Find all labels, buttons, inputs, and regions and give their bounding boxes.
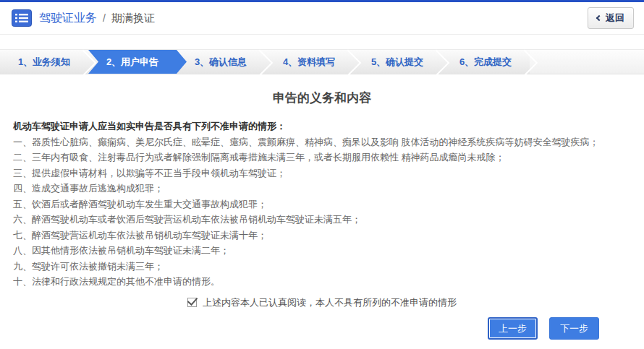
agreement-checkbox[interactable] [187, 298, 197, 307]
declaration-content: 申告的义务和内容 机动车驾驶证申请人应当如实申告是否具有下列不准申请的情形： 一… [0, 90, 644, 309]
chevron-left-icon [596, 15, 602, 21]
step-6-complete-submit[interactable]: 6、完成提交 [441, 50, 530, 74]
step-1-business-notice[interactable]: 1、业务须知 [0, 50, 88, 74]
breadcrumb-separator: / [103, 12, 106, 24]
back-button[interactable]: 返回 [588, 7, 634, 29]
step-4-fill-materials[interactable]: 4、资料填写 [265, 50, 353, 74]
agreement-row[interactable]: 上述内容本人已认真阅读，本人不具有所列的不准申请的情形 [13, 296, 631, 309]
step-5-confirm-submit[interactable]: 5、确认提交 [353, 50, 441, 74]
page-title: 驾驶证业务 [39, 11, 97, 26]
section-title: 申告的义务和内容 [13, 90, 631, 106]
document-list-icon [12, 9, 32, 27]
list-item: 八、因其他情形依法被吊销机动车驾驶证未满二年； [13, 243, 631, 259]
declaration-list: 一、器质性心脏病、癫痫病、美尼尔氏症、眩晕症、癔病、震颤麻痹、精神病、痴呆以及影… [13, 134, 631, 290]
step-2-user-declaration[interactable]: 2、用户申告 [88, 50, 177, 74]
step-bar-tail [530, 50, 644, 74]
list-item: 三、提供虚假申请材料，以欺骗等不正当手段申领机动车驾驶证； [13, 165, 631, 181]
agreement-label: 上述内容本人已认真阅读，本人不具有所列的不准申请的情形 [203, 296, 457, 309]
step-wizard-bar: 1、业务须知 2、用户申告 3、确认信息 4、资料填写 5、确认提交 6、完成提… [0, 49, 644, 74]
page-header: 驾驶证业务 / 期满换证 返回 [0, 2, 644, 35]
list-item: 一、器质性心脏病、癫痫病、美尼尔氏症、眩晕症、癔病、震颤麻痹、精神病、痴呆以及影… [13, 134, 631, 150]
breadcrumb-current: 期满换证 [111, 12, 155, 25]
back-button-label: 返回 [606, 12, 624, 25]
step-3-confirm-info[interactable]: 3、确认信息 [177, 50, 265, 74]
list-item: 十、法律和行政法规规定的其他不准申请的情形。 [13, 274, 631, 290]
list-item: 二、三年内有吸食、注射毒品行为或者解除强制隔离戒毒措施未满三年，或者长期服用依赖… [13, 150, 631, 165]
next-step-button[interactable]: 下一步 [549, 317, 599, 340]
list-item: 五、饮酒后或者醉酒驾驶机动车发生重大交通事故构成犯罪； [13, 197, 631, 212]
list-item: 九、驾驶许可依法被撤销未满三年； [13, 259, 631, 275]
license-service-page: 驾驶证业务 / 期满换证 返回 1、业务须知 2、用户申告 3、确认信息 4、资… [0, 0, 644, 349]
list-item: 四、造成交通事故后逃逸构成犯罪； [13, 181, 631, 197]
declaration-intro: 机动车驾驶证申请人应当如实申告是否具有下列不准申请的情形： [13, 119, 631, 134]
previous-step-button[interactable]: 上一步 [488, 317, 538, 340]
list-item: 六、醉酒驾驶机动车或者饮酒后驾驶营运机动车依法被吊销机动车驾驶证未满五年； [13, 212, 631, 228]
list-item: 七、醉酒驾驶营运机动车依法被吊销机动车驾驶证未满十年； [13, 228, 631, 244]
wizard-footer: 上一步 下一步 [488, 317, 599, 340]
